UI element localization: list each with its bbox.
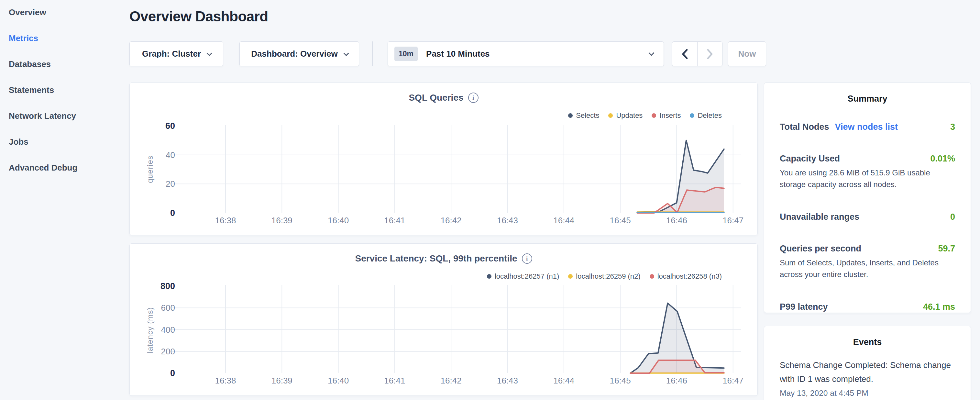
x-axis-tick: 16:45 <box>601 215 640 226</box>
x-axis-tick: 16:46 <box>657 215 696 226</box>
y-axis-tick: 0 <box>143 368 175 378</box>
summary-row: Capacity Used0.01%You are using 28.6 MiB… <box>780 142 955 200</box>
chevron-left-icon <box>681 49 689 59</box>
summary-row-label: P99 latency <box>780 302 828 312</box>
x-axis-tick: 16:39 <box>262 215 301 226</box>
x-axis-tick: 16:40 <box>319 215 358 226</box>
summary-row: P99 latency46.1 ms <box>780 290 955 322</box>
x-axis-tick: 16:38 <box>206 376 245 386</box>
graph-dropdown-label: Graph: Cluster <box>142 49 201 59</box>
x-axis-tick: 16:44 <box>544 376 583 386</box>
sidebar: OverviewMetricsDatabasesStatementsNetwor… <box>0 0 129 400</box>
y-axis-tick: 0 <box>143 208 175 218</box>
chevron-down-icon <box>648 50 654 56</box>
y-axis-tick: 400 <box>143 325 175 335</box>
summary-panel: Summary Total NodesView nodes list3Capac… <box>764 83 971 313</box>
x-axis-tick: 16:46 <box>657 376 696 386</box>
x-axis-tick: 16:40 <box>319 376 358 386</box>
sidebar-item-statements[interactable]: Statements <box>9 84 54 96</box>
sql-queries-plot <box>130 83 758 236</box>
summary-row: Unavailable ranges0 <box>780 200 955 232</box>
x-axis-tick: 16:43 <box>488 215 527 226</box>
event-text: Schema Change Completed: Schema change w… <box>780 358 955 386</box>
controls-divider <box>372 41 373 66</box>
chevron-right-icon <box>706 49 713 59</box>
sidebar-item-network-latency[interactable]: Network Latency <box>9 110 76 122</box>
page-title: Overview Dashboard <box>129 8 268 25</box>
summary-row-value: 46.1 ms <box>923 302 955 312</box>
summary-row: Total NodesView nodes list3 <box>780 104 955 142</box>
now-button-label: Now <box>738 49 756 59</box>
step-forward-button[interactable] <box>697 42 722 66</box>
summary-row-label: Queries per second <box>780 244 861 254</box>
sql-queries-chart-card: SQL Queries i SelectsUpdatesInsertsDelet… <box>129 83 758 235</box>
summary-row-value: 3 <box>950 122 955 132</box>
time-step-buttons <box>672 41 722 66</box>
x-axis-tick: 16:38 <box>206 215 245 226</box>
summary-row-label: Total Nodes <box>780 122 829 132</box>
dashboard-dropdown-label: Dashboard: Overview <box>251 49 337 59</box>
time-range-selector[interactable]: 10m Past 10 Minutes <box>388 41 664 66</box>
summary-row-label: Capacity Used <box>780 154 840 164</box>
sidebar-item-databases[interactable]: Databases <box>9 58 51 70</box>
x-axis-tick: 16:42 <box>431 376 471 386</box>
summary-row-value: 0.01% <box>930 154 955 164</box>
sidebar-item-metrics[interactable]: Metrics <box>9 32 38 44</box>
graph-dropdown[interactable]: Graph: Cluster <box>129 41 223 66</box>
x-axis-tick: 16:43 <box>488 376 527 386</box>
summary-row-caption: You are using 28.6 MiB of 515.9 GiB usab… <box>780 167 955 190</box>
x-axis-tick: 16:47 <box>714 215 752 226</box>
y-axis-tick: 20 <box>143 179 175 189</box>
x-axis-tick: 16:41 <box>375 215 414 226</box>
summary-title: Summary <box>764 94 970 104</box>
sidebar-item-advanced-debug[interactable]: Advanced Debug <box>9 161 77 174</box>
summary-row-value: 59.7 <box>938 244 955 254</box>
y-axis-tick: 200 <box>143 347 175 356</box>
x-axis-tick: 16:45 <box>601 376 640 386</box>
summary-row-value: 0 <box>950 212 955 222</box>
summary-row-label: Unavailable ranges <box>780 212 859 222</box>
events-title: Events <box>764 337 970 347</box>
summary-row-caption: Sum of Selects, Updates, Inserts, and De… <box>780 257 955 280</box>
chevron-down-icon <box>343 51 349 56</box>
x-axis-tick: 16:42 <box>431 215 471 226</box>
x-axis-tick: 16:41 <box>375 376 414 386</box>
now-button[interactable]: Now <box>728 41 766 66</box>
chevron-down-icon <box>207 51 212 56</box>
x-axis-tick: 16:39 <box>262 376 301 386</box>
service-latency-chart-card: Service Latency: SQL, 99th percentile i … <box>129 243 758 396</box>
y-axis-tick: 600 <box>143 303 175 312</box>
x-axis-tick: 16:47 <box>714 376 752 386</box>
view-nodes-list-link[interactable]: View nodes list <box>835 122 898 132</box>
events-panel: Events Schema Change Completed: Schema c… <box>764 326 971 400</box>
time-range-label: Past 10 Minutes <box>426 49 490 59</box>
y-axis-tick: 60 <box>143 121 175 131</box>
service-latency-plot <box>130 244 758 396</box>
y-axis-tick: 800 <box>143 281 175 291</box>
time-range-badge: 10m <box>395 46 418 61</box>
y-axis-tick: 40 <box>143 150 175 160</box>
sidebar-item-jobs[interactable]: Jobs <box>9 135 29 148</box>
dashboard-dropdown[interactable]: Dashboard: Overview <box>239 41 359 66</box>
step-back-button[interactable] <box>672 42 697 66</box>
event-timestamp: May 13, 2020 at 4:45 PM <box>780 389 955 398</box>
summary-row: Queries per second59.7Sum of Selects, Up… <box>780 232 955 290</box>
sidebar-item-overview[interactable]: Overview <box>9 6 46 18</box>
x-axis-tick: 16:44 <box>544 215 583 226</box>
